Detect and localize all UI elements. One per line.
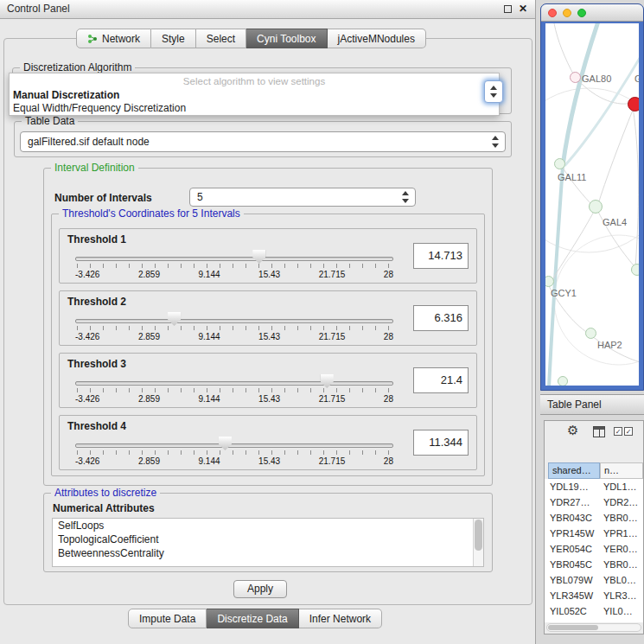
checkbox-icon[interactable]: ✓: [624, 427, 633, 436]
table-row[interactable]: YIL052CYIL0…: [545, 603, 643, 619]
bottom-tabbar: Impute Data Discretize Data Infer Networ…: [128, 609, 382, 628]
table-row[interactable]: YER054CYER0…: [545, 541, 643, 557]
list-item[interactable]: BetweennessCentrality: [53, 546, 483, 560]
table-row[interactable]: YBL079WYBL0…: [545, 572, 643, 588]
attributes-list[interactable]: SelfLoops TopologicalCoefficient Between…: [52, 518, 484, 567]
network-node-selected[interactable]: [628, 97, 639, 112]
table-row[interactable]: YBR043CYBR0…: [545, 510, 643, 526]
columns-icon[interactable]: [593, 426, 605, 437]
dropdown-option-equal-width[interactable]: Equal Width/Frequency Discretization: [13, 102, 186, 114]
network-node[interactable]: [585, 328, 596, 339]
scale-tick-label: 28: [384, 332, 393, 341]
network-node[interactable]: [554, 158, 565, 169]
threshold-3-box: Threshold 3 -3.4262.8599.14415.4321.7152…: [59, 353, 477, 408]
threshold-label: Threshold 2: [67, 296, 126, 308]
tab-discretize-data[interactable]: Discretize Data: [207, 609, 298, 628]
cell-shared-name: YIL052C: [550, 603, 600, 619]
table-data-combo[interactable]: galFiltered.sif default node: [20, 131, 506, 152]
slider-track[interactable]: [75, 381, 393, 386]
threshold-2-slider[interactable]: -3.4262.8599.14415.4321.71528: [75, 312, 393, 345]
column-header-name[interactable]: n…: [600, 462, 643, 479]
scale-tick-label: 28: [384, 394, 393, 404]
cell-name: YER0…: [603, 541, 641, 557]
gear-icon[interactable]: ⚙: [567, 423, 578, 438]
tab-jactivemnodules[interactable]: jActiveMNodules: [328, 29, 426, 48]
table-row[interactable]: YPR145WYPR1…: [545, 526, 643, 541]
network-node[interactable]: [558, 376, 568, 386]
threshold-label: Threshold 3: [67, 358, 126, 370]
threshold-3-slider[interactable]: -3.4262.8599.14415.4321.71528: [75, 374, 393, 407]
list-scrollbar[interactable]: [473, 519, 483, 566]
tab-select[interactable]: Select: [196, 29, 246, 48]
minimize-traffic-light-icon[interactable]: [563, 9, 571, 17]
slider-track[interactable]: [75, 257, 393, 261]
cell-name: YDL1…: [603, 479, 641, 494]
tab-impute-data[interactable]: Impute Data: [128, 609, 207, 628]
cell-shared-name: YDL19…: [550, 479, 600, 494]
list-item[interactable]: SelfLoops: [53, 519, 483, 532]
network-node[interactable]: [631, 264, 639, 276]
zoom-traffic-light-icon[interactable]: [577, 9, 586, 17]
interval-group-title: Interval Definition: [51, 162, 138, 174]
threshold-4-box: Threshold 4 -3.4262.8599.14415.4321.7152…: [59, 415, 477, 470]
threshold-value-field[interactable]: 21.4: [413, 367, 469, 393]
slider-track[interactable]: [75, 319, 393, 323]
network-node[interactable]: [570, 72, 581, 83]
algorithm-dropdown-popup: Select algorithm to view settings Manual…: [9, 73, 500, 116]
node-label: GCY1: [551, 288, 577, 298]
slider-scale: -3.4262.8599.14415.4321.71528: [75, 332, 393, 341]
dropdown-option-manual[interactable]: Manual Discretization: [13, 89, 119, 101]
table-row[interactable]: YDR27…YDR2…: [545, 494, 643, 510]
tab-style[interactable]: Style: [151, 29, 196, 48]
network-canvas[interactable]: GAL80 GA GAL11 GAL4 GCY1 HAP2: [545, 23, 639, 386]
network-window-titlebar: [541, 4, 643, 22]
tab-label: Select: [207, 33, 235, 45]
slider-scale: -3.4262.8599.14415.4321.71528: [75, 270, 393, 279]
slider-thumb[interactable]: [252, 250, 265, 264]
scale-tick-label: 21.715: [319, 394, 346, 404]
checkbox-icon[interactable]: ✓: [614, 427, 622, 436]
horizontal-scrollbar[interactable]: [546, 623, 641, 632]
scrollbar-thumb[interactable]: [548, 625, 598, 630]
tab-infer-network[interactable]: Infer Network: [299, 609, 382, 628]
threshold-4-slider[interactable]: -3.4262.8599.14415.4321.71528: [75, 437, 393, 469]
scale-tick-label: 9.144: [199, 394, 220, 404]
scale-tick-label: 28: [384, 456, 393, 466]
apply-button[interactable]: Apply: [233, 580, 287, 598]
list-item[interactable]: TopologicalCoefficient: [53, 532, 483, 546]
threshold-value-field[interactable]: 14.713: [413, 243, 469, 269]
slider-track[interactable]: [75, 443, 393, 448]
scrollbar-thumb[interactable]: [475, 520, 482, 551]
algorithm-combo-stepper[interactable]: [484, 80, 503, 103]
num-intervals-combo[interactable]: 5: [189, 188, 416, 207]
network-node[interactable]: [589, 200, 603, 214]
float-window-icon[interactable]: [504, 5, 512, 13]
panel-title: Control Panel: [7, 0, 70, 18]
close-icon[interactable]: ✕: [519, 3, 527, 15]
threshold-value-field[interactable]: 6.316: [413, 305, 469, 331]
algorithm-group-title: Discretization Algorithm: [20, 61, 135, 73]
cell-shared-name: YBL079W: [550, 572, 600, 588]
tab-label: jActiveMNodules: [338, 33, 415, 45]
threshold-1-slider[interactable]: -3.4262.8599.14415.4321.71528: [75, 250, 393, 283]
network-view-window: GAL80 GA GAL11 GAL4 GCY1 HAP2: [540, 3, 644, 391]
cell-shared-name: YBR045C: [550, 557, 600, 572]
scale-tick-label: -3.426: [75, 270, 99, 279]
slider-thumb[interactable]: [219, 437, 232, 450]
table-row[interactable]: YDL19…YDL1…: [545, 479, 643, 494]
scale-tick-label: 15.43: [258, 456, 280, 466]
slider-thumb[interactable]: [168, 312, 181, 326]
tab-network[interactable]: Network: [76, 29, 151, 48]
threshold-value-field[interactable]: 11.344: [413, 430, 469, 456]
scale-tick-label: 2.859: [138, 332, 160, 341]
tab-cyni-toolbox[interactable]: Cyni Toolbox: [246, 29, 327, 48]
slider-ticks: [77, 388, 392, 392]
table-row[interactable]: YBR045CYBR0…: [545, 557, 643, 572]
column-header-shared-name[interactable]: shared…: [548, 462, 600, 479]
slider-thumb[interactable]: [321, 374, 334, 388]
scale-tick-label: 9.144: [199, 332, 220, 341]
table-panel-title: Table Panel: [547, 395, 602, 415]
table-row[interactable]: YLR345WYLR3…: [545, 588, 643, 603]
close-traffic-light-icon[interactable]: [548, 9, 557, 17]
top-tabbar: Network Style Select Cyni Toolbox jActiv…: [76, 29, 426, 48]
